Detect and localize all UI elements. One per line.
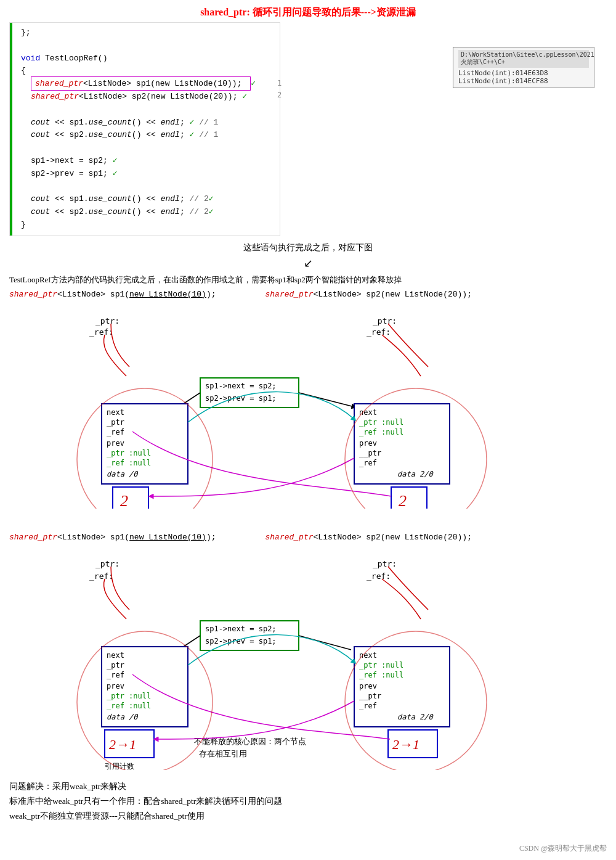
code-line-16: } [16,219,274,232]
ref-sp2-label: _ref: [367,327,391,337]
refcount1-box [113,487,148,509]
code-line-5: shared_ptr<ListNode> sp1(new ListNode(10… [26,78,274,91]
refcount2-box [391,487,427,509]
code-line-12: sp2->prev = sp1; ✓ [26,168,274,181]
green-bar [10,23,12,235]
d2-refcount1-label: 引用计数 [105,762,134,770]
d2-ref-sp2-label: _ref: [367,571,391,581]
d2-node1-ref: _ref [107,671,124,679]
explain2-text: TestLoopRef方法内部的代码执行完成之后，在出函数的作用域之前，需要将s… [9,273,607,287]
d2-node1-next: next [107,651,124,660]
diagram1: _ptr: _ref: _ptr: _ref: sp1->next = sp2;… [9,305,613,509]
refcount1-val: 2 [120,492,128,509]
d2-green-box-line1: sp1->next = sp2; [205,625,277,633]
code-line-9: cout << sp2.use_count() << endl; ✓ // 1 [26,129,274,142]
code-line-3: void TestLoopRef() [16,52,274,65]
sp1-highlight-box: shared_ptr<ListNode> sp1(new ListNode(10… [31,76,251,91]
bottom-line3: weak_ptr不能独立管理资源---只能配合shared_ptr使用 [9,809,607,824]
code-block: }; void TestLoopRef() { shared_ptr<ListN… [9,22,280,236]
node2-next: next [359,408,377,417]
code-line-blank [16,39,274,52]
green-box-line2: sp2->prev = sp1; [205,394,277,403]
ref-sp1-label: _ref: [89,327,113,337]
tooltip-line2: ListNode(int):014ECF88 [458,77,589,85]
shared-keyword-3: shared [9,533,38,542]
sp1-ref-arrow [103,335,126,376]
code-line-14: cout << sp1.use_count() << endl; // 2✓ [26,193,274,206]
d2-node2-ptr-null: _ptr :null [359,661,403,670]
shared-keyword-4: shared [265,533,294,542]
d2-node1-prev: prev [107,682,124,690]
tooltip-header: D:\WorkStation\Gitee\c.ppLesson\2021火箭班\… [458,50,589,68]
d2-sp1-ref-arrow [103,579,126,619]
explain1-text: 这些语句执行完成之后，对应下图 [9,242,607,253]
refcount2-val: 2 [399,492,407,509]
code-line-4: { [16,65,274,78]
arrow-down-1: ↙ [9,256,607,270]
diagram1-svg: _ptr: _ref: _ptr: _ref: sp1->next = sp2;… [9,305,613,509]
node1-ptr-null: _ptr :null [107,449,151,457]
green-box-arrow-right [299,393,354,407]
d2-node2-prev: prev [359,682,377,690]
shared-keyword-2: shared [265,290,294,299]
code-line-blank2 [16,104,274,117]
d2-node2-ref-null: _ref :null [359,671,403,679]
line-numbers: 1 2 [277,78,282,101]
page-container: shared_ptr: 循环引用问题导致的后果--->资源泄漏 }; void … [0,0,616,860]
code-line-6: shared_ptr<ListNode> sp2(new ListNode(20… [26,91,274,104]
node2-ref-null: _ref :null [359,428,403,436]
d2-node1-ptr: _ptr [107,661,124,670]
node2-prev: prev [359,439,377,448]
node1-next: next [107,408,124,417]
node2-ptr: __ptr [359,449,381,457]
diagram2-svg: _ptr: _ref: _ptr: _ref: sp1->next = sp2;… [9,548,613,770]
bottom-line2: 标准库中给weak_ptr只有一个作用：配合shared_ptr来解决循环引用的… [9,794,607,809]
sp1-ptr-arrow [111,324,129,367]
d2-refcount1-val: 2→1 [109,737,136,752]
d2-refcount2-val: 2→1 [392,737,419,752]
d2-node1-ref-null: _ref :null [107,702,151,710]
node1-ref: _ref [107,428,124,436]
d2-node1-data: data /0 [107,713,139,721]
tooltip-line1: ListNode(int):014E63D8 [458,69,589,77]
sp2-ref-arrow [382,335,421,376]
code-line-8: cout << sp1.use_count() << endl; ✓ // 1 [26,117,274,129]
node2-ptr-null: _ptr :null [359,418,403,427]
no-release-text-2: 存在相互引用 [199,749,247,758]
d2-ref-sp1-label: _ref: [89,571,113,581]
page-title: shared_ptr: 循环引用问题导致的后果--->资源泄漏 [9,6,607,19]
decl-line-sp1-2: shared_ptr<ListNode> sp1(new ListNode(10… [9,533,607,542]
code-line-blank4 [16,181,274,194]
watermark: CSDN @森明帮大于黑虎帮 [519,843,607,854]
code-line-11: sp1->next = sp2; ✓ [26,155,274,168]
section-gap [9,518,607,530]
d2-node2-next: next [359,651,377,660]
d2-node2-ptr: __ptr [359,692,381,700]
d2-sp2-ref-arrow [382,579,421,619]
code-section: }; void TestLoopRef() { shared_ptr<ListN… [9,22,607,236]
node1-ptr: _ptr [107,418,124,427]
node1-ref-null: _ref :null [107,459,151,467]
d2-node2-data: data 2/0 [397,713,434,721]
node2-data: data 2/0 [397,470,434,478]
d2-ptr-sp2-label: _ptr: [373,559,397,568]
code-line-15: cout << sp2.use_count() << endl; // 2✓ [26,206,274,219]
tooltip-box: D:\WorkStation\Gitee\c.ppLesson\2021火箭班\… [453,47,594,88]
decl-line-sp1: shared_ptr<ListNode> sp1(new ListNode(10… [9,290,607,299]
shared-keyword-1: shared [9,290,38,299]
bottom-section: 问题解决：采用weak_ptr来解决 标准库中给weak_ptr只有一个作用：配… [9,779,607,824]
diagram2: _ptr: _ref: _ptr: _ref: sp1->next = sp2;… [9,548,613,770]
ptr-sp1-label: _ptr: [95,316,120,326]
node2-ref: _ref [359,459,377,467]
d2-green-box-line2: sp2->prev = sp1; [205,637,277,645]
bottom-line1: 问题解决：采用weak_ptr来解决 [9,779,607,794]
green-box-line1: sp1->next = sp2; [205,382,277,390]
node1-prev: prev [107,439,124,448]
d2-sp1-ptr-arrow [111,567,129,610]
d2-ptr-sp1-label: _ptr: [95,559,120,568]
d2-node2-ref: _ref [359,702,377,710]
code-line-blank3 [16,142,274,155]
ptr-sp2-label: _ptr: [373,316,397,326]
node1-data: data /0 [107,470,139,478]
d2-node1-ptr-null: _ptr :null [107,692,151,700]
